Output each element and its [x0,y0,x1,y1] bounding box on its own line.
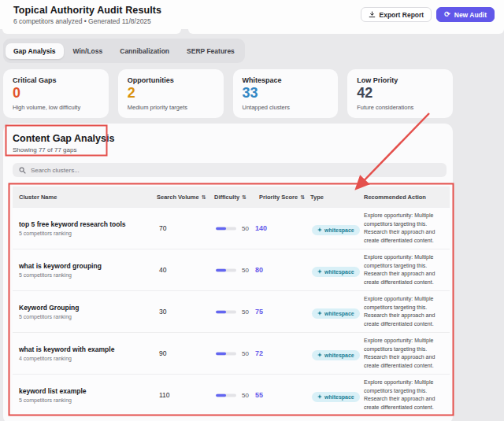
search-input[interactable]: Search clusters... [13,163,447,177]
column-search-volume: Search Volume ⇅ [157,194,206,201]
difficulty-value: 50 [242,225,249,232]
difficulty-bar-fill [216,268,226,271]
new-audit-label: New Audit [454,11,487,19]
recommended-action: Explore opportunity: Multiple competitor… [364,379,446,412]
sort-icon[interactable]: ⇅ [202,194,206,200]
header-titles: Topical Authority Audit Results 6 compet… [13,5,161,25]
table-row[interactable]: what is keyword with example 4 competito… [13,332,450,374]
tab-gap-analysis[interactable]: Gap Analysis [6,43,64,59]
search-icon [19,167,26,174]
difficulty-bar-fill [216,352,226,355]
app-header: Topical Authority Audit Results 6 compet… [0,0,504,29]
difficulty-bar [216,393,236,397]
stat-card-sublabel: High volume, low difficulty [13,104,99,111]
new-audit-button[interactable]: ⟳ New Audit [436,7,495,22]
cluster-name: Keyword Grouping [19,304,80,312]
type-badge: whitespace [312,350,360,360]
type-label: whitespace [324,227,354,233]
recommended-action: Explore opportunity: Multiple competitor… [364,337,446,370]
sparkle-icon [317,353,322,357]
stat-card-sublabel: Future considerations [357,104,443,111]
cluster-name: keyword list example [19,387,87,395]
difficulty-bar-fill [216,310,226,313]
difficulty-value: 50 [242,267,249,274]
table-row[interactable]: keyword list example 5 competitors ranki… [13,374,450,415]
gap-table: Cluster Name Search Volume ⇅ Difficulty … [13,186,450,415]
difficulty-bar-fill [216,227,226,230]
tab-serp-features[interactable]: SERP Features [179,43,243,59]
competitors-ranking: 5 competitors ranking [19,272,102,278]
type-label: whitespace [324,394,354,400]
search-volume: 30 [159,308,166,316]
difficulty-bar [216,268,236,271]
table-row[interactable]: what is keyword grouping 5 competitors r… [13,249,450,290]
priority-score: 140 [255,224,267,232]
sort-icon[interactable]: ⇅ [300,194,305,200]
difficulty-bar [216,310,236,313]
stat-card-opportunities: Opportunities 2 Medium priority targets [118,69,224,118]
table-row[interactable]: top 5 free keyword research tools 5 comp… [13,207,450,249]
competitors-ranking: 5 competitors ranking [19,314,80,319]
search-placeholder: Search clusters... [31,167,80,174]
stat-card-critical-gaps: Critical Gaps 0 High volume, low difficu… [3,69,109,118]
priority-score: 55 [255,391,263,399]
tab-win-loss[interactable]: Win/Loss [65,43,111,59]
difficulty-value: 50 [242,308,249,316]
priority-score: 72 [255,349,263,357]
stat-card-value: 42 [357,86,443,102]
column-difficulty: Difficulty ⇅ [214,194,246,201]
column-cluster-name: Cluster Name [19,194,57,201]
section-title: Content Gap Analysis [13,133,447,144]
competitors-ranking: 5 competitors ranking [19,231,126,236]
stat-card-label: Opportunities [128,76,214,84]
export-report-label: Export Report [380,11,424,19]
sparkle-icon [317,227,322,232]
table-body: top 5 free keyword research tools 5 comp… [13,207,450,415]
type-badge: whitespace [312,225,360,235]
sparkle-icon [317,394,322,399]
type-label: whitespace [324,353,354,358]
difficulty-value: 50 [242,392,249,399]
stat-card-low-priority: Low Priority 42 Future considerations [347,69,453,118]
column-priority-score: Priority Score ⇅ [259,194,305,201]
search-volume: 110 [159,391,170,399]
page-title: Topical Authority Audit Results [13,5,161,16]
content-panel: Content Gap Analysis Showing 77 of 77 ga… [3,124,453,421]
stat-card-value: 0 [13,86,99,102]
header-tail-left [2,29,181,34]
table-row[interactable]: Keyword Grouping 5 competitors ranking 3… [13,290,450,332]
cluster-name: top 5 free keyword research tools [19,220,126,228]
section-subtitle: Showing 77 of 77 gaps [13,146,447,153]
stat-card-value: 2 [128,86,214,102]
search-volume: 40 [159,266,166,274]
sort-icon[interactable]: ⇅ [242,194,246,200]
search-volume: 90 [159,349,166,357]
search-volume: 70 [159,224,166,232]
stat-card-whitespace: Whitespace 33 Untapped clusters [233,69,339,118]
difficulty-bar-fill [216,393,226,397]
cluster-name: what is keyword grouping [19,262,102,270]
page-subtitle: 6 competitors analyzed • Generated 11/8/… [13,17,161,25]
priority-score: 80 [255,266,263,274]
type-badge: whitespace [312,392,360,402]
stat-card-value: 33 [243,86,329,102]
difficulty-value: 50 [242,350,249,357]
difficulty-bar [216,227,236,230]
type-badge: whitespace [312,267,360,277]
export-report-button[interactable]: Export Report [361,7,432,22]
column-type: Type [310,194,324,201]
stat-cards: Critical Gaps 0 High volume, low difficu… [3,69,453,118]
cluster-name: what is keyword with example [19,345,114,353]
tab-bar: Gap Analysis Win/Loss Cannibalization SE… [3,39,245,63]
download-icon [369,11,376,18]
stat-card-label: Low Priority [357,76,443,84]
stat-card-sublabel: Medium priority targets [128,104,214,111]
competitors-ranking: 5 competitors ranking [19,397,87,403]
sparkle-icon [317,269,322,274]
tab-cannibalization[interactable]: Cannibalization [112,43,177,59]
difficulty-bar [216,352,236,355]
type-label: whitespace [324,269,354,275]
priority-score: 75 [255,308,263,316]
type-badge: whitespace [312,308,360,319]
recommended-action: Explore opportunity: Multiple competitor… [364,295,446,328]
